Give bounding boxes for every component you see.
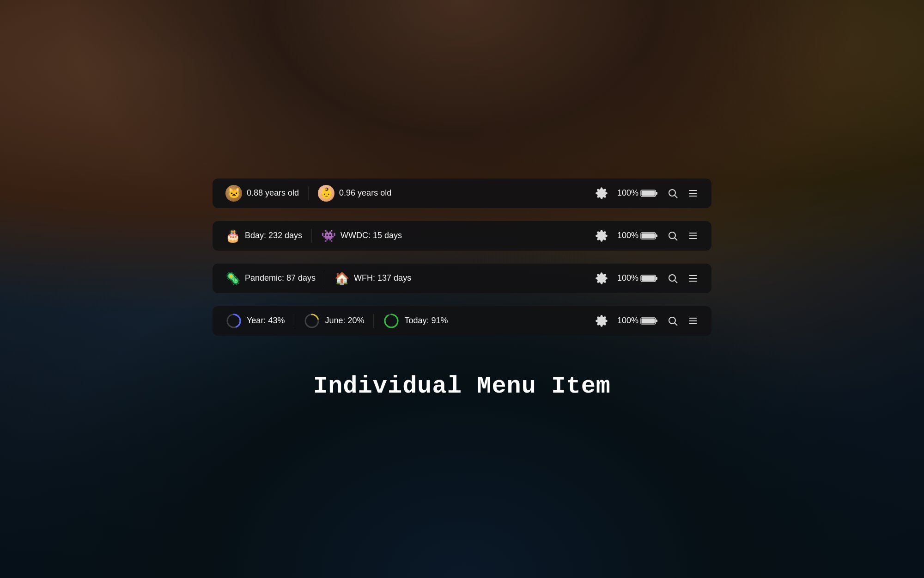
- baby-age-label: 0.96 years old: [339, 188, 391, 198]
- search-icon-2[interactable]: [667, 230, 678, 241]
- bar-left-progress: Year: 43% June: 20%: [225, 313, 595, 329]
- battery-icon-1: [640, 189, 658, 198]
- gear-icon-1[interactable]: [595, 187, 608, 200]
- year-ring: [225, 313, 242, 329]
- separator-2: [311, 229, 312, 243]
- menu-bars-container: 0.88 years old 0.96 years old 100%: [213, 178, 711, 336]
- svg-rect-10: [642, 233, 655, 238]
- separator-4a: [294, 314, 294, 328]
- gear-icon-3[interactable]: [595, 272, 608, 285]
- battery-percent-2: 100%: [617, 231, 638, 240]
- search-icon-1[interactable]: [667, 188, 678, 199]
- list-icon-2[interactable]: [687, 230, 699, 241]
- svg-point-19: [669, 275, 675, 281]
- bar-right-3: 100%: [595, 272, 699, 285]
- pandemic-label: Pandemic: 87 days: [245, 273, 316, 283]
- svg-rect-2: [642, 191, 655, 196]
- separator-4b: [373, 314, 374, 328]
- bday-label: Bday: 232 days: [245, 231, 302, 240]
- separator-1: [308, 186, 309, 200]
- svg-rect-32: [642, 318, 655, 323]
- svg-point-29: [385, 314, 398, 327]
- item-year[interactable]: Year: 43%: [225, 313, 285, 329]
- svg-line-20: [675, 280, 678, 283]
- page-title: Individual Menu Item: [313, 373, 611, 400]
- bar-right-2: 100%: [595, 229, 699, 242]
- item-today[interactable]: Today: 91%: [383, 313, 448, 329]
- battery-2: 100%: [617, 231, 658, 240]
- svg-point-33: [669, 317, 675, 324]
- battery-4: 100%: [617, 316, 658, 326]
- bar-left-events: 🎂 Bday: 232 days 👾 WWDC: 15 days: [225, 229, 595, 243]
- wfh-emoji: 🏠: [334, 272, 349, 284]
- avatar-cat: [225, 185, 242, 202]
- june-ring: [304, 313, 320, 329]
- menu-bar-events: 🎂 Bday: 232 days 👾 WWDC: 15 days 100%: [213, 221, 711, 251]
- separator-3: [325, 271, 325, 285]
- svg-rect-9: [656, 234, 657, 237]
- search-icon-4[interactable]: [667, 315, 678, 326]
- battery-icon-2: [640, 231, 658, 240]
- june-label: June: 20%: [325, 316, 364, 326]
- battery-percent-1: 100%: [617, 188, 638, 198]
- svg-rect-31: [656, 320, 657, 322]
- svg-point-11: [669, 232, 675, 239]
- bar-right-4: 100%: [595, 314, 699, 327]
- item-wwdc[interactable]: 👾 WWDC: 15 days: [321, 230, 402, 242]
- item-june[interactable]: June: 20%: [304, 313, 364, 329]
- svg-line-12: [675, 238, 678, 240]
- bar-right-1: 100%: [595, 187, 699, 200]
- list-icon-1[interactable]: [687, 188, 699, 199]
- battery-icon-3: [640, 274, 658, 283]
- item-baby-age[interactable]: 0.96 years old: [318, 185, 391, 202]
- item-wfh[interactable]: 🏠 WFH: 137 days: [334, 272, 411, 284]
- battery-3: 100%: [617, 273, 658, 283]
- item-cat-age[interactable]: 0.88 years old: [225, 185, 299, 202]
- bar-left-pandemic: 🦠 Pandemic: 87 days 🏠 WFH: 137 days: [225, 271, 595, 285]
- today-ring: [383, 313, 400, 329]
- svg-rect-1: [656, 192, 657, 195]
- item-pandemic[interactable]: 🦠 Pandemic: 87 days: [225, 272, 316, 284]
- wwdc-emoji: 👾: [321, 230, 336, 242]
- svg-rect-17: [656, 277, 657, 280]
- battery-percent-4: 100%: [617, 316, 638, 326]
- battery-percent-3: 100%: [617, 273, 638, 283]
- avatar-baby: [318, 185, 334, 202]
- svg-point-3: [669, 190, 675, 196]
- today-label: Today: 91%: [404, 316, 448, 326]
- wfh-label: WFH: 137 days: [354, 273, 411, 283]
- menu-bar-pandemic: 🦠 Pandemic: 87 days 🏠 WFH: 137 days 100%: [213, 264, 711, 293]
- pandemic-emoji: 🦠: [225, 272, 240, 284]
- year-label: Year: 43%: [247, 316, 285, 326]
- search-icon-3[interactable]: [667, 273, 678, 284]
- gear-icon-4[interactable]: [595, 314, 608, 327]
- list-icon-4[interactable]: [687, 315, 699, 326]
- bar-left-ages: 0.88 years old 0.96 years old: [225, 185, 595, 202]
- battery-1: 100%: [617, 188, 658, 198]
- svg-line-34: [675, 323, 678, 326]
- cat-age-label: 0.88 years old: [247, 188, 299, 198]
- svg-line-4: [675, 195, 678, 198]
- bday-emoji: 🎂: [225, 230, 240, 242]
- menu-bar-progress: Year: 43% June: 20%: [213, 306, 711, 336]
- menu-bar-ages: 0.88 years old 0.96 years old 100%: [213, 178, 711, 208]
- wwdc-label: WWDC: 15 days: [340, 231, 402, 240]
- battery-icon-4: [640, 316, 658, 326]
- gear-icon-2[interactable]: [595, 229, 608, 242]
- item-bday[interactable]: 🎂 Bday: 232 days: [225, 230, 302, 242]
- svg-rect-18: [642, 276, 655, 281]
- list-icon-3[interactable]: [687, 273, 699, 284]
